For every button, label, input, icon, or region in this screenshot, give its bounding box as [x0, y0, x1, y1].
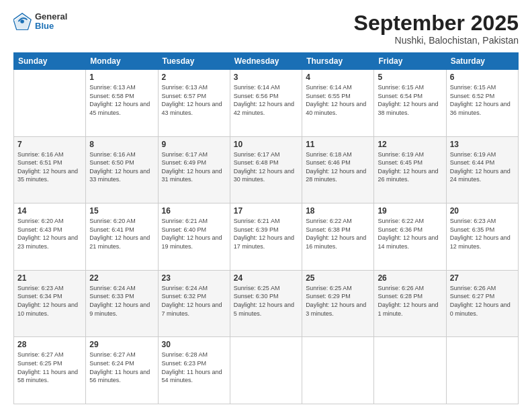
- day-cell-14: 14Sunrise: 6:20 AMSunset: 6:43 PMDayligh…: [14, 203, 86, 271]
- week-row-3: 14Sunrise: 6:20 AMSunset: 6:43 PMDayligh…: [14, 203, 519, 271]
- day-cell-30: 30Sunrise: 6:28 AMSunset: 6:23 PMDayligh…: [158, 337, 230, 404]
- day-info: Sunrise: 6:27 AMSunset: 6:24 PMDaylight:…: [89, 351, 154, 384]
- day-cell-11: 11Sunrise: 6:18 AMSunset: 6:46 PMDayligh…: [302, 136, 374, 203]
- day-info: Sunrise: 6:14 AMSunset: 6:55 PMDaylight:…: [306, 83, 370, 117]
- day-number: 1: [89, 73, 154, 82]
- day-info: Sunrise: 6:25 AMSunset: 6:30 PMDaylight:…: [234, 284, 298, 318]
- calendar-table: Sunday Monday Tuesday Wednesday Thursday…: [13, 52, 519, 404]
- day-info: Sunrise: 6:15 AMSunset: 6:54 PMDaylight:…: [378, 83, 442, 117]
- day-info: Sunrise: 6:22 AMSunset: 6:36 PMDaylight:…: [378, 217, 442, 250]
- day-cell-27: 27Sunrise: 6:26 AMSunset: 6:27 PMDayligh…: [446, 270, 518, 337]
- day-number: 10: [234, 140, 298, 149]
- day-info: Sunrise: 6:28 AMSunset: 6:23 PMDaylight:…: [162, 351, 226, 384]
- day-cell-4: 4Sunrise: 6:14 AMSunset: 6:55 PMDaylight…: [302, 70, 374, 137]
- day-cell-8: 8Sunrise: 6:16 AMSunset: 6:50 PMDaylight…: [86, 136, 158, 203]
- day-info: Sunrise: 6:19 AMSunset: 6:44 PMDaylight:…: [450, 150, 515, 184]
- day-cell-31: [230, 337, 302, 404]
- day-number: 19: [378, 206, 442, 216]
- day-number: 28: [17, 340, 82, 349]
- title-block: September 2025 Nushki, Balochistan, Paki…: [354, 12, 519, 46]
- day-number: 24: [234, 273, 298, 283]
- logo: General Blue: [13, 12, 67, 32]
- day-number: 5: [378, 73, 442, 82]
- day-cell-16: 16Sunrise: 6:21 AMSunset: 6:40 PMDayligh…: [158, 203, 230, 271]
- day-cell-3: 3Sunrise: 6:14 AMSunset: 6:56 PMDaylight…: [230, 70, 302, 137]
- weekday-header-row: Sunday Monday Tuesday Wednesday Thursday…: [14, 53, 519, 70]
- page: General Blue September 2025 Nushki, Balo…: [0, 0, 532, 411]
- header-friday: Friday: [374, 53, 446, 70]
- day-number: 13: [450, 140, 515, 149]
- day-info: Sunrise: 6:17 AMSunset: 6:49 PMDaylight:…: [162, 150, 226, 184]
- day-number: 14: [17, 206, 82, 216]
- day-info: Sunrise: 6:16 AMSunset: 6:50 PMDaylight:…: [89, 150, 154, 184]
- day-info: Sunrise: 6:18 AMSunset: 6:46 PMDaylight:…: [306, 150, 370, 184]
- day-cell-0: [14, 70, 86, 137]
- day-number: 11: [306, 140, 370, 149]
- svg-point-2: [20, 19, 24, 24]
- day-cell-1: 1Sunrise: 6:13 AMSunset: 6:58 PMDaylight…: [86, 70, 158, 137]
- day-number: 4: [306, 73, 370, 82]
- day-number: 30: [162, 340, 226, 349]
- day-number: 3: [234, 73, 298, 82]
- day-cell-23: 23Sunrise: 6:24 AMSunset: 6:32 PMDayligh…: [158, 270, 230, 337]
- location-subtitle: Nushki, Balochistan, Pakistan: [354, 35, 519, 46]
- week-row-4: 21Sunrise: 6:23 AMSunset: 6:34 PMDayligh…: [14, 270, 519, 337]
- day-number: 26: [378, 273, 442, 283]
- day-cell-5: 5Sunrise: 6:15 AMSunset: 6:54 PMDaylight…: [374, 70, 446, 137]
- day-info: Sunrise: 6:23 AMSunset: 6:35 PMDaylight:…: [450, 217, 515, 250]
- day-info: Sunrise: 6:26 AMSunset: 6:28 PMDaylight:…: [378, 284, 442, 318]
- day-info: Sunrise: 6:17 AMSunset: 6:48 PMDaylight:…: [234, 150, 298, 184]
- day-info: Sunrise: 6:13 AMSunset: 6:57 PMDaylight:…: [162, 83, 226, 117]
- logo-icon: [13, 12, 32, 31]
- day-cell-13: 13Sunrise: 6:19 AMSunset: 6:44 PMDayligh…: [446, 136, 518, 203]
- day-cell-20: 20Sunrise: 6:23 AMSunset: 6:35 PMDayligh…: [446, 203, 518, 271]
- day-number: 22: [89, 273, 154, 283]
- day-info: Sunrise: 6:24 AMSunset: 6:33 PMDaylight:…: [89, 284, 154, 318]
- day-info: Sunrise: 6:14 AMSunset: 6:56 PMDaylight:…: [234, 83, 298, 117]
- day-cell-28: 28Sunrise: 6:27 AMSunset: 6:25 PMDayligh…: [14, 337, 86, 404]
- header-monday: Monday: [86, 53, 158, 70]
- day-info: Sunrise: 6:27 AMSunset: 6:25 PMDaylight:…: [17, 351, 82, 384]
- day-cell-21: 21Sunrise: 6:23 AMSunset: 6:34 PMDayligh…: [14, 270, 86, 337]
- day-number: 16: [162, 206, 226, 216]
- day-cell-7: 7Sunrise: 6:16 AMSunset: 6:51 PMDaylight…: [14, 136, 86, 203]
- day-cell-26: 26Sunrise: 6:26 AMSunset: 6:28 PMDayligh…: [374, 270, 446, 337]
- day-number: 12: [378, 140, 442, 149]
- day-cell-12: 12Sunrise: 6:19 AMSunset: 6:45 PMDayligh…: [374, 136, 446, 203]
- day-number: 29: [89, 340, 154, 349]
- day-cell-32: [302, 337, 374, 404]
- day-cell-34: [446, 337, 518, 404]
- day-cell-15: 15Sunrise: 6:20 AMSunset: 6:41 PMDayligh…: [86, 203, 158, 271]
- day-number: 18: [306, 206, 370, 216]
- day-cell-22: 22Sunrise: 6:24 AMSunset: 6:33 PMDayligh…: [86, 270, 158, 337]
- week-row-2: 7Sunrise: 6:16 AMSunset: 6:51 PMDaylight…: [14, 136, 519, 203]
- header-tuesday: Tuesday: [158, 53, 230, 70]
- header-sunday: Sunday: [14, 53, 86, 70]
- logo-blue-text: Blue: [35, 21, 67, 31]
- day-cell-25: 25Sunrise: 6:25 AMSunset: 6:29 PMDayligh…: [302, 270, 374, 337]
- day-number: 15: [89, 206, 154, 216]
- day-cell-2: 2Sunrise: 6:13 AMSunset: 6:57 PMDaylight…: [158, 70, 230, 137]
- day-info: Sunrise: 6:24 AMSunset: 6:32 PMDaylight:…: [162, 284, 226, 318]
- header: General Blue September 2025 Nushki, Balo…: [13, 12, 519, 46]
- day-cell-10: 10Sunrise: 6:17 AMSunset: 6:48 PMDayligh…: [230, 136, 302, 203]
- week-row-1: 1Sunrise: 6:13 AMSunset: 6:58 PMDaylight…: [14, 70, 519, 137]
- day-info: Sunrise: 6:25 AMSunset: 6:29 PMDaylight:…: [306, 284, 370, 318]
- day-info: Sunrise: 6:20 AMSunset: 6:41 PMDaylight:…: [89, 217, 154, 250]
- day-info: Sunrise: 6:20 AMSunset: 6:43 PMDaylight:…: [17, 217, 82, 250]
- day-number: 9: [162, 140, 226, 149]
- month-title: September 2025: [354, 12, 519, 34]
- day-info: Sunrise: 6:16 AMSunset: 6:51 PMDaylight:…: [17, 150, 82, 184]
- day-number: 23: [162, 273, 226, 283]
- day-number: 17: [234, 206, 298, 216]
- header-wednesday: Wednesday: [230, 53, 302, 70]
- day-info: Sunrise: 6:15 AMSunset: 6:52 PMDaylight:…: [450, 83, 515, 117]
- day-cell-19: 19Sunrise: 6:22 AMSunset: 6:36 PMDayligh…: [374, 203, 446, 271]
- day-cell-24: 24Sunrise: 6:25 AMSunset: 6:30 PMDayligh…: [230, 270, 302, 337]
- day-cell-33: [374, 337, 446, 404]
- header-thursday: Thursday: [302, 53, 374, 70]
- day-number: 7: [17, 140, 82, 149]
- day-info: Sunrise: 6:19 AMSunset: 6:45 PMDaylight:…: [378, 150, 442, 184]
- day-number: 8: [89, 140, 154, 149]
- day-info: Sunrise: 6:13 AMSunset: 6:58 PMDaylight:…: [89, 83, 154, 117]
